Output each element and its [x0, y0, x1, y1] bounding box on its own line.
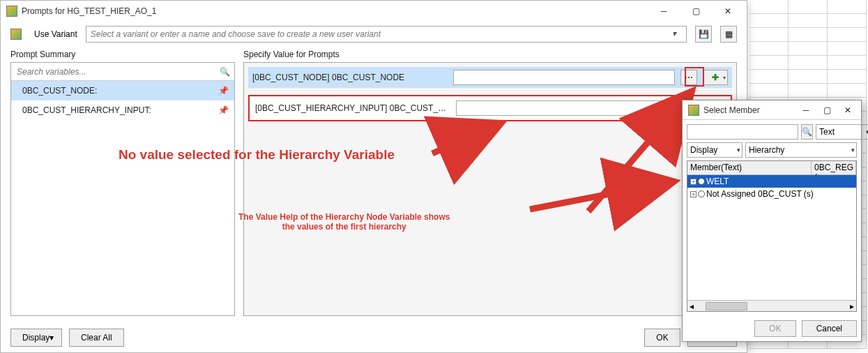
member-grid: Member(Text) 0BC_REG ( + WELT + Not Assi… [687, 160, 857, 312]
clear-all-button[interactable]: Clear All [69, 329, 124, 347]
prompt-row-input[interactable] [453, 70, 675, 85]
prompt-summary-item[interactable]: 0BC_CUST_NODE: 📌 [11, 81, 234, 100]
search-mode-select[interactable]: Text▾ [816, 124, 868, 140]
variant-select[interactable]: Select a variant or enter a name and cho… [86, 26, 687, 43]
variant-grid-button[interactable]: ▦ [720, 26, 737, 43]
prompt-summary-label: 0BC_CUST_NODE: [22, 86, 218, 96]
use-variant-label: Use Variant [34, 29, 77, 39]
member-ok-button[interactable]: OK [754, 320, 795, 337]
prompt-summary-panel: 🔍 0BC_CUST_NODE: 📌 0BC_CUST_HIERARCHY_IN… [10, 62, 235, 316]
select-member-dialog: Select Member ─ ▢ ✕ 🔍 Text▾ Display▾ Hie… [682, 100, 862, 342]
specify-panel: [0BC_CUST_NODE] 0BC_CUST_NODE ⋯ ✚▾ [0BC_… [243, 62, 737, 316]
variant-icon [10, 29, 22, 40]
close-button[interactable]: ✕ [712, 1, 744, 21]
annotation-highlight-box [685, 67, 704, 87]
specify-header: Specify Value for Prompts [243, 50, 737, 62]
prompt-summary-item[interactable]: 0BC_CUST_HIERARCHY_INPUT: 📌 [11, 100, 234, 120]
ok-button[interactable]: OK [644, 329, 680, 347]
app-icon [6, 6, 17, 17]
expand-icon[interactable]: + [690, 191, 696, 197]
annotation-highlight-box: [0BC_CUST_HIERARCHY_INPUT] 0BC_CUST_HIER… [248, 95, 732, 121]
prompt-summary-label: 0BC_CUST_HIERARCHY_INPUT: [22, 105, 218, 115]
radio-icon[interactable] [698, 190, 705, 197]
pin-icon[interactable]: 📌 [218, 86, 229, 96]
scroll-right-icon[interactable]: ▸ [848, 301, 856, 311]
disk-icon: 💾 [699, 29, 709, 39]
annotation-text: No value selected for the Hierarchy Vari… [119, 147, 395, 163]
grid-col-header[interactable]: Member(Text) [687, 161, 812, 174]
grid-icon: ▦ [725, 29, 733, 39]
close-button[interactable]: ✕ [837, 100, 858, 120]
save-variant-button[interactable]: 💾 [695, 26, 712, 43]
variant-placeholder: Select a variant or enter a name and cho… [91, 29, 381, 39]
prompt-row: [0BC_CUST_HIERARCHY_INPUT] 0BC_CUST_HIER… [251, 98, 729, 119]
member-label: WELT [706, 176, 729, 186]
member-search-button[interactable]: 🔍 [801, 124, 813, 140]
window-title: Prompts for HG_TEST_HIER_AO_1 [22, 6, 648, 16]
prompt-row-label: [0BC_CUST_NODE] 0BC_CUST_NODE [252, 73, 448, 82]
chevron-down-icon: ▾ [851, 147, 855, 153]
app-icon [688, 105, 699, 116]
minimize-button[interactable]: ─ [795, 100, 816, 120]
radio-icon[interactable] [698, 178, 705, 185]
chevron-down-icon: ▾ [723, 75, 726, 81]
prompt-row: [0BC_CUST_NODE] 0BC_CUST_NODE ⋯ ✚▾ [248, 67, 732, 88]
maximize-button[interactable]: ▢ [680, 1, 712, 21]
prompt-summary-header: Prompt Summary [10, 50, 235, 62]
minimize-button[interactable]: ─ [648, 1, 680, 21]
plus-icon: ✚ [712, 73, 719, 82]
search-input[interactable] [15, 66, 220, 77]
display-dropdown[interactable]: Display▾ [10, 329, 62, 347]
search-icon: 🔍 [802, 127, 812, 137]
add-value-button[interactable]: ✚▾ [703, 70, 728, 85]
pin-icon[interactable]: 📌 [218, 105, 229, 115]
member-row[interactable]: + WELT [687, 175, 856, 188]
member-cancel-button[interactable]: Cancel [802, 320, 857, 337]
annotation-text: The Value Help of the Hierarchy Node Var… [238, 212, 450, 232]
dialog-footer: Display▾ Clear All OK Cancel [1, 323, 747, 352]
scroll-left-icon[interactable]: ◂ [687, 301, 696, 311]
horizontal-scrollbar[interactable]: ◂ ▸ [687, 300, 856, 311]
chevron-down-icon: ▾ [737, 147, 740, 153]
member-label: Not Assigned 0BC_CUST (s) [706, 189, 814, 199]
prompt-row-label: [0BC_CUST_HIERARCHY_INPUT] 0BC_CUST_HIER… [255, 103, 450, 113]
prompts-dialog: Prompts for HG_TEST_HIER_AO_1 ─ ▢ ✕ Use … [0, 0, 747, 353]
member-search-input[interactable] [687, 124, 798, 140]
titlebar: Prompts for HG_TEST_HIER_AO_1 ─ ▢ ✕ [1, 1, 747, 22]
expand-icon[interactable]: + [690, 179, 696, 185]
scroll-thumb[interactable] [706, 302, 747, 310]
member-row[interactable]: + Not Assigned 0BC_CUST (s) [687, 188, 856, 200]
search-variables[interactable]: 🔍 [11, 63, 234, 81]
search-icon: 🔍 [220, 67, 230, 77]
maximize-button[interactable]: ▢ [816, 100, 837, 120]
chevron-down-icon: ▾ [672, 29, 683, 40]
display-mode-button[interactable]: Display▾ [687, 142, 743, 158]
grid-col-header[interactable]: 0BC_REG ( [812, 161, 856, 174]
variant-row: Use Variant Select a variant or enter a … [1, 22, 747, 50]
chevron-down-icon: ▾ [50, 333, 54, 343]
member-dialog-title: Select Member [703, 105, 795, 115]
display-value-select[interactable]: Hierarchy▾ [745, 142, 857, 158]
